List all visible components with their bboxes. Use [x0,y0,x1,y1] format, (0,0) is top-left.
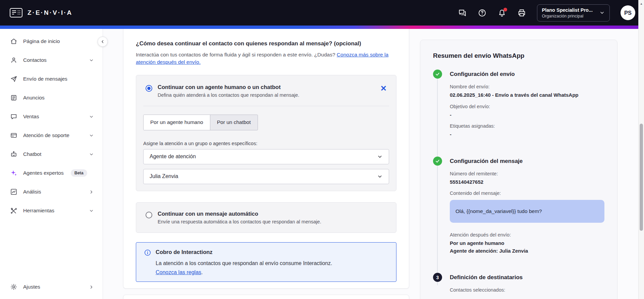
brand-gradient-bar [0,26,644,29]
plan-title: Plano Specialist Pro... [542,7,593,13]
tab-human-agent[interactable]: Por un agente humano [144,115,210,130]
agent-value: Julia Zenvia [150,173,178,179]
zenvia-logo[interactable]: Z·E·N·V·I·A [9,8,72,18]
info-box-title: Cobro de Interactionz [156,249,388,256]
sidebar-item-analisis[interactable]: Análisis [0,182,103,201]
chevron-down-icon [599,10,605,15]
option-agent-desc: Defina quién atenderá a los contactos qu… [158,92,299,98]
sidebar-item-label: Análisis [23,189,41,195]
whatsapp-summary-panel: Resumen del envío WhatsApp Configuración… [420,40,618,299]
sidebar-item-label: Herramientas [23,208,54,214]
notification-badge-dot [503,8,507,11]
sidebar-item-label: Página de inicio [23,38,60,44]
home-icon [10,38,17,45]
main-content: ¿Cómo desea continuar el contacto con qu… [103,29,644,299]
check-circle-icon [433,70,442,79]
option-auto-panel: Continuar con un mensaje automático Enví… [136,202,396,233]
sidebar-item-home[interactable]: Página de inicio [0,32,103,51]
step-title: Configuración del mensaje [450,157,604,166]
field-label: Número del remitente: [450,171,604,176]
attention-group-value: Agente de atención [150,154,196,160]
sidebar-item-ventas[interactable]: Ventas [0,107,103,126]
sidebar-item-label: Contactos [23,57,47,63]
sidebar-collapse-button[interactable] [98,37,108,47]
agent-select[interactable]: Julia Zenvia [143,169,389,184]
sidebar-item-label: Ajustes [23,284,40,290]
option-agent-header: Continuar con un agente humano o un chat… [136,75,396,106]
app-screen: Z·E·N·V·I·A [0,0,644,299]
option-agent-texts: Continuar con un agente humano o un chat… [158,84,299,98]
chevron-down-icon [377,154,383,160]
question-title: ¿Cómo desea continuar el contacto con qu… [136,40,396,47]
sidebar-item-label: Agentes expertos [23,170,64,176]
page-scrollbar[interactable]: ▲ [638,0,644,299]
sidebar: Página de inicio Contactos Envío de mens… [0,29,103,299]
summary-title: Resumen del envío WhatsApp [433,52,604,59]
field-label: Contenido del mensaje: [450,190,604,196]
sidebar-item-label: Chatbot [23,151,41,157]
chevron-down-icon [89,208,94,213]
option-auto-radio[interactable] [146,212,152,218]
send-icon [10,75,17,83]
chevron-down-icon [89,114,94,119]
zenvia-logo-icon [9,8,23,18]
announcements-icon [10,94,17,101]
assign-label: Asigne la atención a un grupo o agentes … [143,141,389,146]
field-label: Atención después del envío: [450,232,604,238]
support-icon [10,132,17,139]
next-section-card [123,295,409,299]
plan-selector[interactable]: Plano Specialist Pro... Organización pri… [537,4,610,22]
notifications-bell-icon[interactable] [497,8,506,17]
field-value: Agente de atención: Julia Zenvia [450,248,604,254]
field-value: - [450,112,604,118]
tab-chatbot[interactable]: Por un chatbot [210,115,258,130]
conversations-icon[interactable] [458,8,467,17]
option-agent-radio[interactable] [146,85,152,92]
sidebar-item-envio-de-mensajes[interactable]: Envío de mensajes [0,70,103,88]
option-agent-title: Continuar con un agente humano o un chat… [158,84,299,90]
close-icon[interactable]: ✕ [380,84,387,92]
chevron-down-icon [89,58,94,63]
scrollbar-thumb[interactable] [640,124,643,231]
sidebar-item-chatbot[interactable]: Chatbot [0,145,103,164]
sidebar-item-herramientas[interactable]: Herramientas [0,201,103,220]
sidebar-item-ajustes[interactable]: Ajustes [0,277,103,296]
help-icon[interactable] [478,8,487,17]
beta-badge: Beta [71,169,87,177]
sidebar-item-agentes-expertos[interactable]: Agentes expertos Beta [0,164,103,182]
step-title: Definición de destinatarios [450,273,604,282]
summary-step-destinatarios: 3 Definición de destinatarios Contactos … [433,273,604,293]
attention-type-tabs: Por un agente humano Por un chatbot [143,115,258,130]
field-value: Por un agente humano [450,240,604,247]
sidebar-item-label: Envío de mensajes [23,76,67,82]
sidebar-item-contactos[interactable]: Contactos [0,51,103,70]
scrollbar-up-arrow[interactable]: ▲ [639,2,644,5]
chevron-right-icon [89,189,94,195]
plan-subtitle: Organización principal [542,14,593,18]
attention-group-select[interactable]: Agente de atención [143,149,389,164]
info-box-link-line: Conozca las reglas. [156,269,388,275]
field-value: - [450,131,604,138]
rules-link[interactable]: Conozca las reglas [156,269,201,275]
tools-icon [10,207,17,214]
option-agent-panel: Continuar con un agente humano o un chat… [136,75,396,191]
chevron-down-icon [377,174,383,179]
sidebar-item-label: Atención de soporte [23,132,69,138]
summary-step-envio: Configuración del envío Nombre del envío… [433,70,604,157]
user-avatar[interactable]: PS [621,5,635,20]
option-agent-body: Por un agente humano Por un chatbot Asig… [136,106,396,191]
chat-icon [10,113,17,120]
summary-step-mensaje: Configuración del mensaje Número del rem… [433,157,604,273]
analytics-icon [10,188,17,196]
step-title: Configuración del envío [450,70,604,79]
question-description: Interactúa con tus contactos de forma fl… [136,51,394,66]
sparkles-icon [10,169,17,177]
sidebar-item-anuncios[interactable]: Anuncios [0,88,103,107]
info-icon [144,249,153,256]
topbar: Z·E·N·V·I·A [0,0,644,26]
field-value: 02.06.2025_16:40 - Envío a través del ca… [450,92,604,98]
print-icon[interactable] [517,8,526,17]
sidebar-item-atencion-de-soporte[interactable]: Atención de soporte [0,126,103,145]
sidebar-item-label: Anuncios [23,95,45,101]
zenvia-logo-text: Z·E·N·V·I·A [28,9,72,16]
